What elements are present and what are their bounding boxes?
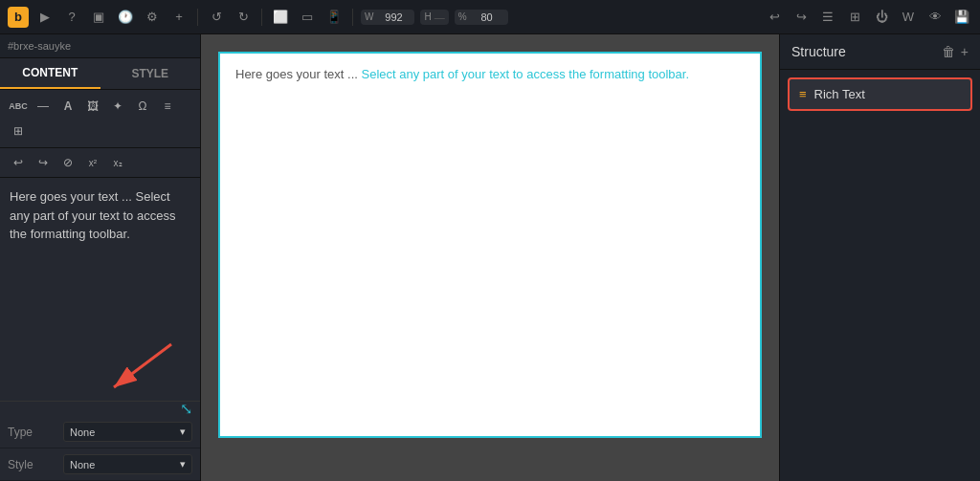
page-icon[interactable]: ▣ (88, 7, 109, 28)
canvas-frame[interactable]: Here goes your text ... Select any part … (220, 54, 760, 436)
tool-list[interactable]: ≡ (157, 96, 178, 117)
tool-dash[interactable]: — (33, 96, 54, 117)
tool-subscript[interactable]: x₂ (107, 152, 128, 173)
right-header-icons: 🗑 + (942, 44, 969, 59)
type-chevron-icon: ▾ (180, 426, 186, 438)
width-input[interactable] (376, 11, 411, 23)
delete-icon[interactable]: 🗑 (942, 44, 955, 59)
separator (197, 9, 198, 26)
zoom-input[interactable] (470, 11, 504, 23)
height-dash: — (434, 11, 445, 23)
resize-handle[interactable]: ⤡ (0, 401, 200, 416)
type-select[interactable]: None ▾ (63, 422, 192, 442)
height-label: H (424, 11, 431, 22)
tool-font-color[interactable]: A (57, 96, 78, 117)
canvas-content[interactable]: Here goes your text ... Select any part … (201, 34, 779, 481)
viewport-mobile-icon[interactable]: 📱 (323, 7, 345, 28)
style-row: Style None ▾ (0, 448, 200, 481)
undo-nav-icon[interactable]: ↺ (206, 7, 227, 28)
redo-icon[interactable]: ↪ (791, 7, 812, 28)
separator2 (261, 9, 262, 26)
resize-icon: ⤡ (180, 400, 192, 418)
tool-grid[interactable]: ⊞ (8, 120, 29, 142)
structure-content: ≡ Rich Text (780, 70, 980, 119)
toolbar-row: ABC — A 🖼 ✦ Ω ≡ ⊞ (0, 90, 200, 148)
tab-row: CONTENT STYLE (0, 58, 200, 90)
topbar: b ▶ ? ▣ 🕐 ⚙ + ↺ ↻ ⬜ ▭ 📱 W H — % ↩ ↪ ☰ ⊞ … (0, 0, 980, 34)
selector-bar: #brxe-sauyke (0, 34, 200, 58)
logo[interactable]: b (8, 7, 29, 28)
height-group: H — (420, 10, 448, 25)
rich-text-icon: ≡ (799, 87, 807, 101)
tool-link[interactable]: ✦ (107, 96, 128, 117)
redo-nav-icon[interactable]: ↻ (233, 7, 254, 28)
width-label: W (365, 11, 373, 22)
tab-content[interactable]: CONTENT (0, 58, 100, 89)
zoom-label: % (458, 11, 467, 22)
play-button[interactable]: ▶ (34, 7, 56, 28)
canvas-text: Here goes your text ... Select any part … (220, 54, 760, 95)
separator3 (352, 9, 353, 26)
tool-redo[interactable]: ↪ (33, 152, 54, 173)
zoom-group: % (455, 10, 508, 25)
structure-title: Structure (791, 44, 846, 59)
tool-clear[interactable]: ⊘ (57, 152, 78, 173)
text-area-panel[interactable]: Here goes your text ... Select any part … (0, 178, 200, 401)
main-layout: #brxe-sauyke CONTENT STYLE ABC — A 🖼 ✦ Ω… (0, 34, 980, 481)
type-row: Type None ▾ (0, 416, 200, 448)
add-structure-icon[interactable]: + (961, 44, 969, 59)
canvas-area: Here goes your text ... Select any part … (201, 34, 779, 481)
tool-image[interactable]: 🖼 (82, 96, 103, 117)
undo-icon[interactable]: ↩ (764, 7, 785, 28)
save-icon[interactable]: 💾 (951, 7, 972, 28)
width-group: W (361, 10, 414, 25)
history-icon[interactable]: 🕐 (115, 7, 136, 28)
viewport-desktop-icon[interactable]: ⬜ (270, 7, 291, 28)
tool-undo[interactable]: ↩ (8, 152, 29, 173)
toolbar-row2: ↩ ↪ ⊘ x² x₂ (0, 148, 200, 178)
style-select[interactable]: None ▾ (63, 454, 192, 474)
add-icon[interactable]: + (168, 7, 189, 28)
left-panel: #brxe-sauyke CONTENT STYLE ABC — A 🖼 ✦ Ω… (0, 34, 201, 481)
viewport-tablet-icon[interactable]: ▭ (297, 7, 318, 28)
power-icon[interactable]: ⏻ (871, 7, 892, 28)
rich-text-label: Rich Text (814, 87, 865, 101)
rich-text-item[interactable]: ≡ Rich Text (788, 77, 972, 111)
settings-icon[interactable]: ⚙ (142, 7, 163, 28)
tool-superscript[interactable]: x² (82, 152, 103, 173)
menu-icon[interactable]: ☰ (817, 7, 838, 28)
pages-icon[interactable]: ⊞ (844, 7, 865, 28)
style-chevron-icon: ▾ (180, 458, 186, 470)
tool-abc[interactable]: ABC (8, 96, 29, 117)
type-label: Type (8, 426, 56, 439)
view-icon[interactable]: 👁 (924, 7, 946, 28)
right-panel-header: Structure 🗑 + (780, 34, 980, 70)
tab-style[interactable]: STYLE (100, 58, 201, 89)
style-label: Style (8, 458, 56, 471)
tool-omega[interactable]: Ω (132, 96, 153, 117)
wordpress-icon[interactable]: W (898, 7, 919, 28)
help-icon[interactable]: ? (61, 7, 82, 28)
right-panel: Structure 🗑 + ≡ Rich Text (779, 34, 980, 481)
